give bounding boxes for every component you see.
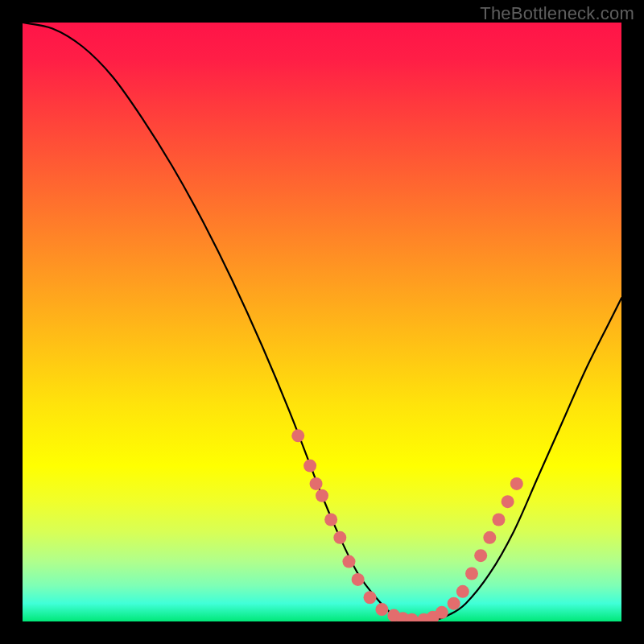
highlight-dot: [342, 555, 355, 568]
chart-container: TheBottleneck.com: [0, 0, 644, 644]
highlight-dot: [364, 591, 377, 604]
highlight-dot: [333, 531, 346, 544]
highlight-dot: [456, 585, 469, 598]
highlight-dot: [375, 603, 388, 616]
plot-area: [23, 23, 621, 621]
highlight-dot: [502, 495, 514, 508]
watermark-text: TheBottleneck.com: [480, 3, 634, 24]
highlight-dot: [303, 460, 316, 473]
highlight-dot: [352, 573, 365, 586]
highlight-dot: [492, 514, 505, 526]
highlight-dot: [483, 531, 496, 544]
highlighted-dots-group: [291, 429, 523, 621]
highlight-dot: [291, 429, 304, 442]
curve-layer: [23, 23, 621, 621]
highlight-dot: [324, 514, 337, 526]
highlight-dot: [474, 549, 487, 562]
highlight-dot: [316, 489, 328, 502]
highlight-dot: [465, 567, 478, 580]
highlight-dot: [448, 597, 460, 610]
highlight-dot: [310, 477, 323, 490]
highlight-dot: [510, 477, 523, 490]
bottleneck-curve-line: [23, 23, 621, 621]
highlight-dot: [436, 606, 448, 619]
